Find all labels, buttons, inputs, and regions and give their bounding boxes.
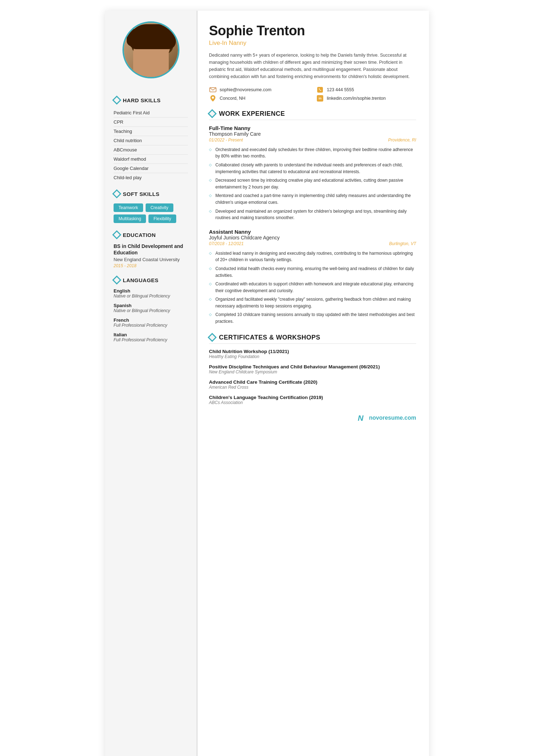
diamond-icon-soft-skills bbox=[112, 189, 121, 198]
skill-item: Child-led play bbox=[114, 173, 188, 182]
svg-point-1 bbox=[212, 97, 214, 99]
education-title: EDUCATION bbox=[123, 232, 156, 238]
soft-skill-tag: Flexibility bbox=[148, 214, 176, 223]
soft-skills-title: SOFT SKILLS bbox=[123, 191, 159, 197]
edu-degree: BS in Child Development and Education bbox=[114, 243, 188, 256]
languages-title: LANGUAGES bbox=[123, 277, 158, 283]
language-item: Spanish Native or Bilingual Proficiency bbox=[114, 303, 188, 313]
brand-logo-icon: N bbox=[357, 413, 367, 423]
cert-org-2: New England Childcare Symposium bbox=[209, 369, 416, 374]
cert-block-4: Children's Language Teaching Certificati… bbox=[209, 395, 416, 405]
cert-block-1: Child Nutrition Workshop (11/2021) Healt… bbox=[209, 349, 416, 359]
language-item: English Native or Bilingual Proficiency bbox=[114, 288, 188, 299]
lang-level: Full Professional Proficiency bbox=[114, 323, 188, 328]
job-date-2: 07/2018 - 12/2021 bbox=[209, 241, 244, 246]
cert-title-3: Advanced Child Care Training Certificate… bbox=[209, 379, 416, 385]
job-bullets-1: Orchestrated and executed daily schedule… bbox=[209, 145, 416, 222]
brand-footer: N novoresume.com bbox=[209, 413, 416, 423]
location-text: Concord, NH bbox=[220, 96, 245, 101]
phone-icon bbox=[316, 87, 324, 93]
skill-item: Child nutrition bbox=[114, 136, 188, 145]
job-company-1: Thompson Family Care bbox=[209, 131, 416, 137]
candidate-job-title: Live-In Nanny bbox=[209, 40, 416, 47]
cert-title-4: Children's Language Teaching Certificati… bbox=[209, 395, 416, 400]
linkedin-icon: in bbox=[316, 95, 324, 102]
soft-skill-tag: Teamwork bbox=[114, 203, 143, 212]
svg-text:N: N bbox=[358, 414, 364, 423]
lang-level: Full Professional Proficiency bbox=[114, 337, 188, 342]
cert-title-2: Positive Discipline Techniques and Child… bbox=[209, 364, 416, 369]
job-block-2: Assistant Nanny Joyful Juniors Childcare… bbox=[209, 229, 416, 326]
job-title-2: Assistant Nanny bbox=[209, 229, 416, 235]
candidate-name: Sophie Trenton bbox=[209, 24, 416, 38]
lang-level: Native or Bilingual Proficiency bbox=[114, 308, 188, 313]
hard-skills-header: HARD SKILLS bbox=[114, 97, 161, 103]
work-experience-title: WORK EXPERIENCE bbox=[219, 110, 285, 118]
skill-item: Google Calendar bbox=[114, 164, 188, 173]
skill-item: Teaching bbox=[114, 127, 188, 136]
languages-list: English Native or Bilingual Proficiency … bbox=[114, 288, 188, 347]
bullet-item: Collaborated closely with parents to und… bbox=[209, 161, 416, 176]
main-content: Sophie Trenton Live-In Nanny Dedicated n… bbox=[198, 11, 429, 756]
skill-item: Waldorf method bbox=[114, 155, 188, 164]
job-location-1: Providence, RI bbox=[388, 138, 416, 143]
diamond-icon-languages bbox=[112, 276, 121, 285]
language-item: Italian Full Professional Proficiency bbox=[114, 332, 188, 342]
bullet-item: Developed and maintained an organized sy… bbox=[209, 207, 416, 222]
soft-skill-tag: Creativity bbox=[146, 203, 173, 212]
cert-block-3: Advanced Child Care Training Certificate… bbox=[209, 379, 416, 390]
job-title-1: Full-Time Nanny bbox=[209, 125, 416, 131]
bullet-item: Mentored and coached a part-time nanny i… bbox=[209, 191, 416, 207]
contact-linkedin: in linkedin.com/in/sophie.trenton bbox=[316, 95, 416, 102]
work-experience-section: WORK EXPERIENCE Full-Time Nanny Thompson… bbox=[209, 110, 416, 326]
bullet-item: Orchestrated and executed daily schedule… bbox=[209, 145, 416, 161]
bullet-item: Assisted lead nanny in designing and exe… bbox=[209, 249, 416, 264]
edu-school: New England Coastal University bbox=[114, 257, 188, 262]
profile-photo bbox=[122, 21, 179, 78]
soft-skills-tags: Teamwork Creativity Multitasking Flexibi… bbox=[114, 203, 188, 223]
phone-text: 123 444 5555 bbox=[327, 87, 354, 92]
cert-org-3: American Red Cross bbox=[209, 385, 416, 390]
job-meta-1: 01/2022 - Present Providence, RI bbox=[209, 138, 416, 143]
cert-org-1: Healthy Eating Foundation bbox=[209, 354, 416, 359]
bullet-item: Coordinated with educators to support ch… bbox=[209, 280, 416, 295]
job-bullets-2: Assisted lead nanny in designing and exe… bbox=[209, 249, 416, 326]
bullet-item: Decreased screen time by introducing cre… bbox=[209, 176, 416, 191]
certificates-title: CERTIFICATES & WORKSHOPS bbox=[219, 334, 320, 341]
soft-skills-header: SOFT SKILLS bbox=[114, 191, 159, 197]
diamond-icon-hard-skills bbox=[112, 95, 121, 104]
education-header: EDUCATION bbox=[114, 232, 156, 238]
cert-org-4: ABCs Association bbox=[209, 400, 416, 405]
edu-year: 2015 - 2018 bbox=[114, 263, 188, 268]
brand-text: novoresume.com bbox=[369, 415, 416, 421]
candidate-summary: Dedicated nanny with 5+ years of experie… bbox=[209, 52, 416, 80]
language-item: French Full Professional Proficiency bbox=[114, 317, 188, 328]
job-location-2: Burlington, VT bbox=[389, 241, 416, 246]
skill-item: Pediatric First Aid bbox=[114, 108, 188, 118]
contact-grid: sophie@novoresume.com 123 444 5555 bbox=[209, 87, 416, 102]
email-text: sophie@novoresume.com bbox=[220, 87, 271, 92]
certificates-header: CERTIFICATES & WORKSHOPS bbox=[209, 334, 416, 344]
skill-item: ABCmouse bbox=[114, 145, 188, 155]
contact-phone: 123 444 5555 bbox=[316, 87, 416, 93]
lang-name: Italian bbox=[114, 332, 188, 337]
contact-location: Concord, NH bbox=[209, 95, 309, 102]
location-icon bbox=[209, 95, 217, 102]
hard-skills-title: HARD SKILLS bbox=[123, 97, 161, 103]
diamond-icon-education bbox=[112, 230, 121, 239]
languages-header: LANGUAGES bbox=[114, 277, 158, 283]
job-company-2: Joyful Juniors Childcare Agency bbox=[209, 235, 416, 240]
skill-item: CPR bbox=[114, 118, 188, 127]
contact-email: sophie@novoresume.com bbox=[209, 87, 309, 93]
diamond-icon-work bbox=[208, 109, 216, 118]
bullet-item: Completed 10 childcare training sessions… bbox=[209, 310, 416, 326]
lang-name: French bbox=[114, 317, 188, 323]
job-meta-2: 07/2018 - 12/2021 Burlington, VT bbox=[209, 241, 416, 246]
job-block-1: Full-Time Nanny Thompson Family Care 01/… bbox=[209, 125, 416, 222]
lang-level: Native or Bilingual Proficiency bbox=[114, 294, 188, 299]
diamond-icon-certs bbox=[208, 333, 216, 342]
job-date-1: 01/2022 - Present bbox=[209, 138, 243, 143]
email-icon bbox=[209, 87, 217, 93]
lang-name: Spanish bbox=[114, 303, 188, 308]
education-item: BS in Child Development and Education Ne… bbox=[114, 243, 188, 268]
